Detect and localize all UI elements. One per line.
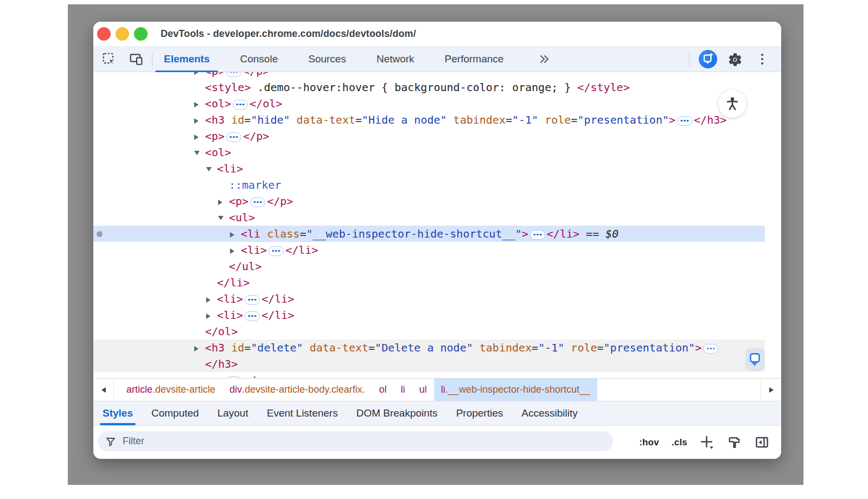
dom-tree-row[interactable]: </ol>	[93, 323, 765, 340]
dom-token-tag: </p>	[267, 195, 293, 208]
breadcrumb-item[interactable]: ul	[412, 379, 434, 401]
tab-network[interactable]: Network	[375, 46, 416, 72]
breadcrumb-tag: ol	[379, 384, 387, 395]
accessibility-fab[interactable]	[718, 89, 746, 118]
pseudo-state-button[interactable]: :hov	[639, 437, 659, 448]
dom-tree-row[interactable]: <style> .demo--hover:hover { background-…	[93, 79, 765, 95]
inspect-button[interactable]	[102, 52, 116, 66]
dom-tree-row[interactable]: <li>	[93, 161, 765, 177]
inline-ellipsis-button[interactable]	[250, 197, 265, 207]
dom-token-dollar: $0	[605, 227, 618, 240]
toolbar-divider	[152, 52, 152, 66]
new-style-rule-button[interactable]	[700, 435, 714, 450]
expand-arrow-icon[interactable]	[206, 292, 217, 308]
filter-field[interactable]	[98, 431, 613, 451]
tab-properties[interactable]: Properties	[447, 401, 513, 425]
ai-assistant-icon	[698, 49, 718, 69]
breadcrumb-item[interactable]: ol	[372, 379, 394, 401]
tab-sources[interactable]: Sources	[307, 46, 347, 72]
device-toolbar-button[interactable]	[129, 52, 143, 66]
dom-token-tag: </ul>	[229, 260, 261, 273]
inline-ellipsis-button[interactable]	[233, 100, 248, 110]
dom-token-tag: <p>	[205, 374, 225, 378]
minimize-button[interactable]	[116, 27, 129, 41]
more-tabs-button[interactable]	[537, 52, 551, 66]
tab-elements[interactable]: Elements	[163, 46, 210, 72]
tab-accessibility[interactable]: Accessibility	[512, 401, 586, 425]
dom-tree-row[interactable]: <li></li>	[93, 291, 765, 307]
inline-ellipsis-button[interactable]	[226, 132, 241, 142]
expand-arrow-icon[interactable]	[194, 129, 205, 145]
dom-tree-row[interactable]: <ul>	[93, 209, 765, 226]
inline-ellipsis-button[interactable]	[677, 116, 692, 126]
inline-ellipsis-button[interactable]	[530, 230, 545, 240]
breadcrumb-scroll-right-button[interactable]	[761, 379, 781, 401]
dom-tree-row[interactable]: <li class="__web-inspector-hide-shortcut…	[93, 226, 765, 242]
scroll-into-view-button[interactable]	[745, 348, 765, 371]
dom-tree-row[interactable]: <p></p>	[93, 128, 765, 144]
inline-ellipsis-button[interactable]	[245, 311, 260, 321]
dom-token-attr: tabindex	[473, 341, 532, 354]
breadcrumb-scroll-left-button[interactable]	[93, 379, 114, 401]
filter-input[interactable]	[122, 435, 605, 447]
dom-tree-row[interactable]: <p></p>	[93, 72, 765, 79]
dom-token-pseudo: ::marker	[229, 178, 281, 191]
dom-tree-row[interactable]: </h3>	[93, 356, 765, 372]
ai-assistant-button[interactable]	[698, 49, 718, 69]
breadcrumb-item[interactable]: article.devsite-article	[119, 379, 222, 401]
tab-console[interactable]: Console	[239, 46, 279, 72]
dom-tree-row[interactable]: </li>	[93, 274, 765, 291]
tab-dom-breakpoints[interactable]: DOM Breakpoints	[347, 401, 447, 425]
expand-arrow-icon[interactable]	[194, 113, 205, 129]
close-button[interactable]	[97, 27, 111, 41]
devtools-toolbar: ElementsConsoleSourcesNetworkPerformance	[93, 46, 781, 72]
breadcrumb-item[interactable]: div.devsite-article-body.clearfix.	[222, 379, 372, 401]
dom-token-tag: </style>	[577, 81, 629, 94]
tab-computed[interactable]: Computed	[142, 401, 208, 425]
expand-arrow-icon[interactable]	[194, 373, 205, 379]
inline-ellipsis-button[interactable]	[245, 295, 260, 305]
font-editor-button[interactable]	[727, 435, 742, 450]
expand-arrow-icon[interactable]	[206, 308, 217, 324]
expand-arrow-icon[interactable]	[194, 97, 205, 113]
expand-arrow-icon[interactable]	[230, 227, 241, 243]
scroll-into-view-icon	[748, 351, 762, 368]
dom-token-eq: =	[532, 341, 538, 354]
dom-token-tag: <li>	[217, 309, 243, 322]
breadcrumb-tag: li	[401, 384, 405, 395]
inline-ellipsis-button[interactable]	[226, 72, 241, 77]
expand-arrow-icon[interactable]	[218, 210, 229, 227]
tab-performance[interactable]: Performance	[444, 46, 505, 72]
breadcrumb-item-selected[interactable]: li.__web-inspector-hide-shortcut__	[434, 379, 597, 401]
computed-sidebar-toggle-button[interactable]	[755, 435, 769, 450]
dom-tree-row[interactable]: <p></p>	[93, 372, 765, 378]
dom-tree-row[interactable]: <ol></ol>	[93, 95, 765, 112]
expand-arrow-icon[interactable]	[194, 341, 205, 357]
expand-arrow-icon[interactable]	[218, 194, 229, 210]
dom-token-eq: =	[355, 113, 362, 126]
tab-layout[interactable]: Layout	[208, 401, 258, 425]
inline-ellipsis-button[interactable]	[703, 344, 718, 354]
dom-tree-row[interactable]: <li></li>	[93, 242, 765, 258]
expand-arrow-icon[interactable]	[194, 145, 205, 162]
dom-tree-row[interactable]: </ul>	[93, 258, 765, 274]
tab-event-listeners[interactable]: Event Listeners	[258, 401, 347, 425]
inline-ellipsis-button[interactable]	[269, 246, 284, 256]
breadcrumb-item[interactable]: li	[394, 379, 412, 401]
class-toggle-button[interactable]: .cls	[672, 437, 687, 448]
dom-tree-row[interactable]: ::marker	[93, 177, 765, 193]
chevron-right-icon	[769, 387, 774, 393]
expand-arrow-icon[interactable]	[206, 162, 217, 178]
dom-tree-row[interactable]: <h3 id="delete" data-text="Delete a node…	[93, 340, 765, 356]
dom-tree-row[interactable]: <h3 id="hide" data-text="Hide a node" ta…	[93, 112, 765, 128]
tab-styles[interactable]: Styles	[93, 401, 142, 425]
expand-arrow-icon[interactable]	[230, 243, 241, 259]
title-bar: DevTools - developer.chrome.com/docs/dev…	[93, 22, 781, 46]
dom-tree-row[interactable]: <p></p>	[93, 193, 765, 209]
dom-tree-row[interactable]: <ol>	[93, 144, 765, 161]
breadcrumb-tag: li	[441, 384, 445, 395]
settings-button[interactable]	[727, 52, 743, 68]
dom-tree-row[interactable]: <li></li>	[93, 307, 765, 323]
main-menu-button[interactable]	[759, 52, 765, 66]
zoom-button[interactable]	[134, 27, 148, 41]
